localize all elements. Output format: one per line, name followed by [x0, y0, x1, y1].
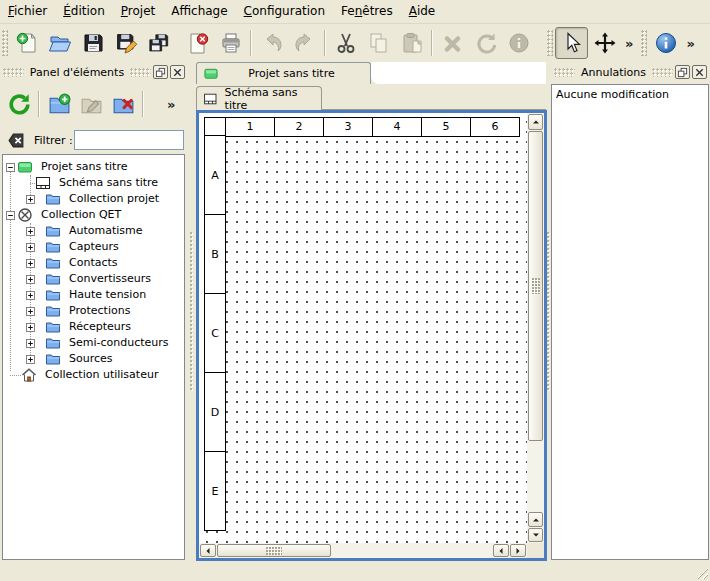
menu-fenetres[interactable]: Fenêtres [333, 0, 401, 23]
rotate-button[interactable] [469, 27, 502, 59]
scroll-right-button[interactable] [510, 544, 526, 557]
tree-item-haute-tension[interactable]: Haute tension [3, 287, 184, 303]
expand-icon[interactable] [26, 243, 35, 252]
expand-icon[interactable] [26, 339, 35, 348]
tree-item-collection-qet[interactable]: Collection QET [3, 207, 184, 223]
expand-icon[interactable] [26, 275, 35, 284]
expand-icon[interactable] [26, 259, 35, 268]
copy-icon [367, 31, 391, 55]
horizontal-scrollbar[interactable] [199, 543, 527, 558]
tree-item-label: Convertisseurs [69, 272, 151, 286]
toolbar-overflow[interactable]: » [621, 36, 637, 51]
delete-button[interactable] [436, 27, 469, 59]
open-button[interactable] [43, 27, 76, 59]
scroll-left-button[interactable] [200, 544, 216, 557]
tree-item-collection-utilisateur[interactable]: Collection utilisateur [3, 367, 184, 383]
scrollbar-corner [527, 543, 544, 558]
tree-item-automatisme[interactable]: Automatisme [3, 223, 184, 239]
float-panel-button[interactable] [153, 65, 168, 79]
selection-mode-button[interactable] [555, 27, 588, 59]
undo-panel-titlebar: Annulations [551, 62, 710, 82]
save-all-button[interactable] [142, 27, 175, 59]
scroll-left-button-2[interactable] [493, 544, 509, 557]
menu-affichage[interactable]: Affichage [163, 0, 235, 23]
visualisation-mode-button[interactable] [588, 27, 621, 59]
expand-icon[interactable] [26, 227, 35, 236]
folder-blue-icon [45, 335, 61, 351]
panel-toolbar-overflow[interactable]: » [163, 97, 179, 112]
undo-list-item[interactable]: Aucune modification [552, 85, 708, 104]
filter-input[interactable] [74, 130, 184, 150]
diagram-view[interactable]: 123456 ABCDE [199, 113, 527, 543]
toolbar-drag-handle[interactable] [641, 30, 647, 56]
menu-edition[interactable]: Édition [55, 0, 113, 23]
save-as-button[interactable] [109, 27, 142, 59]
expand-icon[interactable] [26, 307, 35, 316]
resize-grip[interactable] [695, 566, 708, 579]
tree-item-recepteurs[interactable]: Récepteurs [3, 319, 184, 335]
collapse-icon[interactable] [6, 163, 15, 172]
tree-item-capteurs[interactable]: Capteurs [3, 239, 184, 255]
tree-item-label: Protections [69, 304, 130, 318]
close-file-button[interactable] [181, 27, 214, 59]
edit-category-button[interactable] [75, 88, 107, 120]
toolbar-drag-handle[interactable] [547, 30, 553, 56]
collapse-icon[interactable] [6, 211, 15, 220]
delete-category-button[interactable] [107, 88, 139, 120]
copy-button[interactable] [362, 27, 395, 59]
expand-icon[interactable] [26, 195, 35, 204]
toolbar-drag-handle[interactable] [2, 30, 8, 56]
folder-blue-icon [45, 191, 61, 207]
float-panel-button[interactable] [675, 65, 690, 79]
redo-button[interactable] [288, 27, 321, 59]
scroll-up-button-2[interactable] [528, 512, 543, 527]
horizontal-scrollbar-thumb[interactable] [217, 544, 331, 557]
tree-item-label: Schéma sans titre [59, 176, 158, 190]
left-dock-splitter[interactable] [188, 62, 196, 561]
toolbar-separator [431, 30, 433, 56]
menu-fichier[interactable]: Fichier [0, 0, 55, 23]
print-button[interactable] [214, 27, 247, 59]
reload-collections-button[interactable] [3, 88, 35, 120]
home-icon [21, 367, 37, 383]
close-document-icon [186, 31, 210, 55]
undo-button[interactable] [255, 27, 288, 59]
elements-tree: Projet sans titreSchéma sans titreCollec… [2, 154, 185, 560]
elements-panel-dock: Panel d'éléments » Filtrer : Projet sans… [0, 62, 188, 561]
scroll-up-button[interactable] [528, 114, 543, 130]
tree-item-label: Semi-conducteurs [69, 336, 169, 350]
tree-item-schema-sans-titre[interactable]: Schéma sans titre [3, 175, 184, 191]
about-button[interactable] [649, 27, 682, 59]
arrow-left-icon [204, 547, 212, 555]
tree-item-collection-projet[interactable]: Collection projet [3, 191, 184, 207]
tree-item-sources[interactable]: Sources [3, 351, 184, 367]
close-panel-button[interactable] [692, 65, 707, 79]
vertical-scrollbar-thumb[interactable] [528, 131, 543, 441]
tab-schema[interactable]: Schéma sans titre [196, 86, 322, 110]
tree-item-contacts[interactable]: Contacts [3, 255, 184, 271]
menu-aide[interactable]: Aide [401, 0, 444, 23]
expand-icon[interactable] [26, 355, 35, 364]
expand-icon[interactable] [26, 323, 35, 332]
new-category-button[interactable] [43, 88, 75, 120]
scroll-down-button[interactable] [528, 528, 543, 542]
close-panel-button[interactable] [170, 65, 185, 79]
menu-configuration[interactable]: Configuration [236, 0, 333, 23]
clear-filter-button[interactable] [6, 130, 26, 150]
vertical-scrollbar[interactable] [527, 113, 544, 543]
properties-button[interactable] [502, 27, 535, 59]
expand-icon[interactable] [26, 291, 35, 300]
tree-item-semi-conducteurs[interactable]: Semi-conducteurs [3, 335, 184, 351]
new-document-button[interactable] [10, 27, 43, 59]
tree-item-protections[interactable]: Protections [3, 303, 184, 319]
menu-projet[interactable]: Projet [113, 0, 163, 23]
save-button[interactable] [76, 27, 109, 59]
paste-button[interactable] [395, 27, 428, 59]
tab-project[interactable]: Projet sans titre [196, 62, 371, 84]
cut-button[interactable] [329, 27, 362, 59]
tree-item-projet-sans-titre[interactable]: Projet sans titre [3, 159, 184, 175]
tree-item-convertisseurs[interactable]: Convertisseurs [3, 271, 184, 287]
menu-bar: FichierÉditionProjetAffichageConfigurati… [0, 0, 710, 24]
toolbar-overflow-2[interactable]: » [682, 36, 698, 51]
tree-item-label: Automatisme [69, 224, 143, 238]
